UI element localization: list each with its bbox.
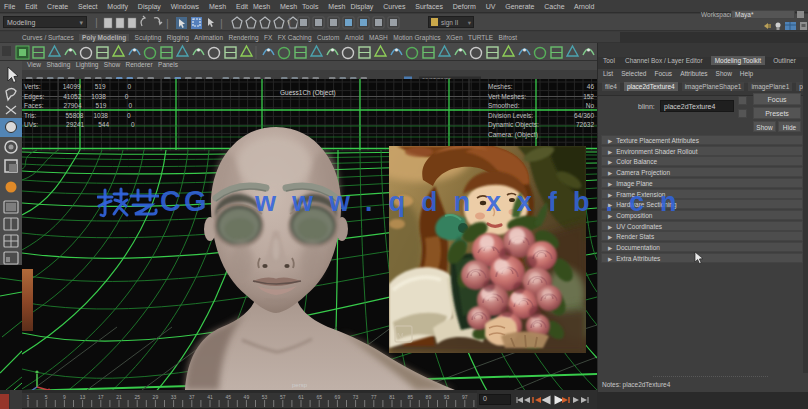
svg-text:65: 65 [316, 394, 322, 400]
svg-text:M: M [397, 331, 404, 340]
svg-text:77: 77 [371, 394, 377, 400]
svg-text:33: 33 [171, 394, 177, 400]
svg-text:29: 29 [153, 394, 159, 400]
svg-text:|: | [166, 17, 169, 29]
svg-text:93: 93 [444, 394, 450, 400]
svg-text:81: 81 [389, 394, 395, 400]
svg-text:53: 53 [262, 394, 268, 400]
svg-text:89: 89 [426, 394, 432, 400]
svg-text:49: 49 [244, 394, 250, 400]
svg-text:57: 57 [280, 394, 286, 400]
svg-text:1: 1 [27, 394, 30, 400]
svg-text:61: 61 [298, 394, 304, 400]
svg-text:25: 25 [134, 394, 140, 400]
svg-text:41: 41 [207, 394, 213, 400]
svg-text:69: 69 [335, 394, 341, 400]
svg-text:37: 37 [189, 394, 195, 400]
svg-text:73: 73 [353, 394, 359, 400]
svg-text:17: 17 [98, 394, 104, 400]
svg-text:5: 5 [45, 394, 48, 400]
svg-text:45: 45 [225, 394, 231, 400]
svg-text:9: 9 [63, 394, 66, 400]
svg-text:85: 85 [407, 394, 413, 400]
svg-text:|: | [220, 17, 223, 29]
svg-text:13: 13 [80, 394, 86, 400]
svg-text:21: 21 [116, 394, 122, 400]
svg-text:97: 97 [462, 394, 468, 400]
